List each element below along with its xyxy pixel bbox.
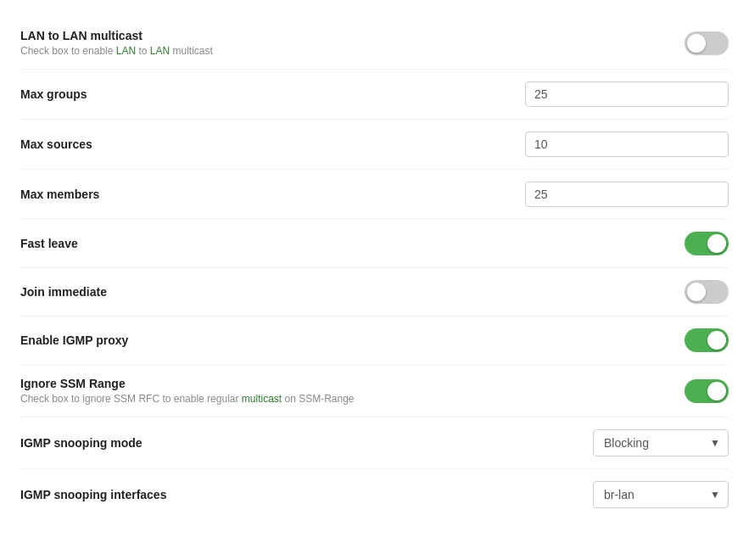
setting-row-max-members: Max members (20, 170, 729, 220)
setting-label-join-immediate: Join immediate (20, 285, 685, 299)
setting-left-enable-igmp-proxy: Enable IGMP proxy (20, 333, 685, 347)
toggle-lan-to-lan-multicast[interactable] (685, 31, 729, 55)
setting-control-igmp-snooping-mode[interactable]: BlockingForwardingDisabled▼ (593, 429, 729, 456)
dropdown-igmp-snooping-interfaces[interactable]: br-lanbr-waneth0 (593, 481, 729, 508)
setting-sublabel-ignore-ssm-range: Check box to ignore SSM RFC to enable re… (20, 393, 685, 405)
setting-row-igmp-snooping-interfaces: IGMP snooping interfacesbr-lanbr-waneth0… (20, 469, 729, 520)
sublabel-link-multicast: multicast (242, 393, 282, 405)
toggle-track-fast-leave (685, 232, 729, 255)
setting-label-max-groups: Max groups (20, 87, 525, 101)
number-input-max-groups[interactable] (525, 81, 729, 107)
toggle-track-join-immediate (685, 280, 729, 304)
setting-control-join-immediate[interactable] (685, 280, 729, 304)
number-input-max-members[interactable] (525, 182, 729, 207)
setting-label-igmp-snooping-mode: IGMP snooping mode (20, 436, 593, 450)
setting-row-lan-to-lan-multicast: LAN to LAN multicastCheck box to enable … (20, 17, 729, 70)
setting-label-lan-to-lan-multicast: LAN to LAN multicast (20, 29, 685, 42)
toggle-ignore-ssm-range[interactable] (685, 379, 729, 403)
toggle-thumb-lan-to-lan-multicast (687, 34, 706, 53)
setting-row-join-immediate: Join immediate (20, 268, 729, 316)
setting-row-ignore-ssm-range: Ignore SSM RangeCheck box to ignore SSM … (20, 365, 729, 417)
setting-control-igmp-snooping-interfaces[interactable]: br-lanbr-waneth0▼ (593, 481, 729, 508)
sublabel-link-lan2: LAN (150, 45, 170, 57)
toggle-thumb-join-immediate (687, 283, 706, 301)
toggle-track-enable-igmp-proxy (685, 328, 729, 352)
setting-left-max-sources: Max sources (20, 137, 525, 151)
dropdown-wrapper-igmp-snooping-mode: BlockingForwardingDisabled▼ (593, 429, 729, 456)
toggle-track-lan-to-lan-multicast (685, 31, 729, 55)
toggle-thumb-ignore-ssm-range (707, 382, 726, 400)
setting-control-max-members[interactable] (525, 182, 729, 207)
toggle-track-ignore-ssm-range (685, 379, 729, 403)
setting-left-fast-leave: Fast leave (20, 237, 685, 250)
setting-label-enable-igmp-proxy: Enable IGMP proxy (20, 333, 685, 347)
setting-row-igmp-snooping-mode: IGMP snooping modeBlockingForwardingDisa… (20, 417, 729, 469)
number-input-max-sources[interactable] (525, 132, 729, 157)
setting-left-max-groups: Max groups (20, 87, 525, 101)
setting-label-max-members: Max members (20, 188, 525, 201)
setting-left-join-immediate: Join immediate (20, 285, 685, 299)
setting-left-ignore-ssm-range: Ignore SSM RangeCheck box to ignore SSM … (20, 377, 685, 405)
dropdown-wrapper-igmp-snooping-interfaces: br-lanbr-waneth0▼ (593, 481, 729, 508)
toggle-join-immediate[interactable] (685, 280, 729, 304)
setting-label-fast-leave: Fast leave (20, 237, 685, 250)
setting-row-fast-leave: Fast leave (20, 220, 729, 268)
sublabel-link-lan1: LAN (116, 45, 136, 57)
setting-control-enable-igmp-proxy[interactable] (685, 328, 729, 352)
setting-label-max-sources: Max sources (20, 137, 525, 151)
setting-label-igmp-snooping-interfaces: IGMP snooping interfaces (20, 488, 593, 501)
setting-control-max-groups[interactable] (525, 81, 729, 107)
setting-control-ignore-ssm-range[interactable] (685, 379, 729, 403)
setting-row-enable-igmp-proxy: Enable IGMP proxy (20, 316, 729, 365)
toggle-enable-igmp-proxy[interactable] (685, 328, 729, 352)
setting-left-igmp-snooping-mode: IGMP snooping mode (20, 436, 593, 450)
dropdown-igmp-snooping-mode[interactable]: BlockingForwardingDisabled (593, 429, 729, 456)
toggle-fast-leave[interactable] (685, 232, 729, 255)
setting-label-ignore-ssm-range: Ignore SSM Range (20, 377, 685, 390)
setting-control-max-sources[interactable] (525, 132, 729, 157)
toggle-thumb-fast-leave (707, 234, 726, 253)
toggle-thumb-enable-igmp-proxy (707, 331, 726, 350)
setting-left-max-members: Max members (20, 188, 525, 201)
setting-sublabel-lan-to-lan-multicast: Check box to enable LAN to LAN multicast (20, 45, 685, 57)
setting-row-max-sources: Max sources (20, 120, 729, 170)
setting-control-fast-leave[interactable] (685, 232, 729, 255)
setting-left-lan-to-lan-multicast: LAN to LAN multicastCheck box to enable … (20, 29, 685, 57)
setting-control-lan-to-lan-multicast[interactable] (685, 31, 729, 55)
setting-left-igmp-snooping-interfaces: IGMP snooping interfaces (20, 488, 593, 501)
setting-row-max-groups: Max groups (20, 70, 729, 120)
